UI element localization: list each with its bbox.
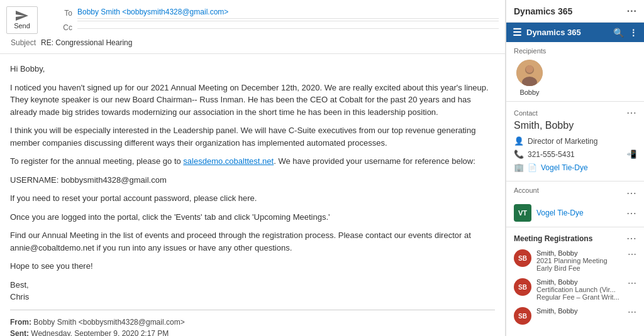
meeting-detail-2: Certification Launch (Vir... (536, 286, 623, 293)
avatar-image (516, 60, 543, 86)
svg-marker-0 (16, 11, 28, 21)
sidebar-title: Dynamics 365 (514, 6, 572, 16)
contact-title: Director of Marketing (528, 137, 597, 146)
sidebar: Dynamics 365 ⋯ ☰ Dynamics 365 🔍 ⋮ Recipi… (506, 0, 644, 336)
body-portal: Once you are logged into the portal, cli… (10, 211, 495, 224)
meeting-fee-2: Regular Fee – Grant Writ... (536, 293, 623, 301)
recipients-section: Recipients Bobby (506, 42, 644, 102)
meta-sent: Sent: Wednesday, September 9, 2020 2:17 … (10, 328, 495, 337)
account-more-icon[interactable]: ⋯ (626, 187, 636, 199)
phone-left: 📞 321-555-5431 (514, 149, 575, 159)
contact-title-row: 👤 Director of Marketing (514, 136, 636, 146)
contact-label: Contact (514, 109, 538, 117)
body-hope: Hope to see you there! (10, 260, 495, 273)
contact-header: Contact ⋯ (514, 107, 636, 119)
email-header: Send To Bobby Smith <bobbysmith4328@gmai… (0, 0, 505, 54)
meeting-info-2: Smith, Bobby Certification Launch (Vir..… (536, 278, 623, 301)
meeting-more-icon-3[interactable]: ⋯ (628, 307, 636, 317)
meeting-item-1: SB Smith, Bobby 2021 Planning Meeting Ea… (514, 249, 636, 272)
account-item: VT Vogel Tie-Dye ⋯ (514, 204, 636, 222)
account-header: Account ⋯ (514, 187, 636, 199)
to-cc-wrapper: To Bobby Smith <bobbysmith4328@gmail.com… (43, 6, 499, 34)
company-doc-icon: 📄 (528, 163, 537, 172)
sidebar-nav: ☰ Dynamics 365 🔍 ⋮ (506, 23, 644, 42)
body-para-1: I noticed you haven't signed up for our … (10, 82, 495, 119)
body-greeting: Hi Bobby, (10, 63, 495, 75)
sidebar-title-bar: Dynamics 365 ⋯ (506, 0, 644, 23)
contact-company-link[interactable]: Vogel Tie-Dye (541, 163, 588, 172)
meeting-more-icon-2[interactable]: ⋯ (628, 278, 636, 288)
meeting-avatar-3: SB (514, 307, 531, 325)
body-username: USERNAME: bobbysmith4328@gmail.com (10, 174, 495, 187)
body-reset: If you need to reset your portal account… (10, 192, 495, 205)
to-label: To (43, 9, 77, 18)
register-link[interactable]: salesdemo.cobalttest.net (183, 156, 274, 166)
meeting-name-1: Smith, Bobby (536, 249, 623, 257)
account-name[interactable]: Vogel Tie-Dye (536, 209, 584, 217)
send-label: Send (14, 22, 30, 30)
body-sign: Best,Chris (10, 279, 495, 303)
subject-label: Subject (6, 38, 41, 47)
phone-call-icon[interactable]: 📲 (626, 149, 636, 159)
cc-row: Cc (43, 21, 499, 34)
meeting-avatar-1: SB (514, 249, 531, 267)
body-contact: Find our Annual Meeting in the list of e… (10, 229, 495, 254)
email-meta: From: Bobby Smith <bobbysmith4328@gmail.… (10, 317, 495, 337)
meeting-more-icon-1[interactable]: ⋯ (628, 249, 636, 259)
account-label: Account (514, 187, 539, 194)
body-para-3: To register for the annual meeting, plea… (10, 155, 495, 168)
subject-row: Subject RE: Congressional Hearing (6, 36, 499, 50)
meetings-section: Meeting Registrations ⋯ SB Smith, Bobby … (506, 227, 644, 336)
cc-field[interactable] (77, 26, 499, 29)
to-row: To Bobby Smith <bobbysmith4328@gmail.com… (43, 6, 499, 21)
person-icon: 👤 (514, 136, 524, 146)
meta-from-label: From: (10, 318, 31, 327)
phone-icon: 📞 (514, 149, 524, 159)
nav-search-icon[interactable]: 🔍 (613, 28, 624, 38)
contact-phone-row: 📞 321-555-5431 📲 (514, 149, 636, 159)
subject-field[interactable]: RE: Congressional Hearing (41, 38, 499, 47)
hamburger-icon[interactable]: ☰ (513, 26, 521, 38)
meeting-item-3: SB Smith, Bobby ⋯ (514, 307, 636, 325)
meeting-fee-1: Early Bird Fee (536, 264, 623, 272)
email-pane: Send To Bobby Smith <bobbysmith4328@gmai… (0, 0, 506, 336)
account-avatar: VT (514, 204, 531, 222)
meta-sent-label: Sent: (10, 329, 29, 337)
meeting-avatar-2: SB (514, 278, 531, 296)
to-field[interactable]: Bobby Smith <bobbysmith4328@gmail.com> (77, 8, 499, 19)
contact-company-row: 🏢 📄 Vogel Tie-Dye (514, 163, 636, 172)
close-icon[interactable]: ⋯ (626, 5, 636, 17)
account-section: Account ⋯ VT Vogel Tie-Dye ⋯ (506, 182, 644, 227)
meeting-name-2: Smith, Bobby (536, 278, 623, 286)
account-item-more-icon[interactable]: ⋯ (626, 207, 636, 219)
nav-more-icon[interactable]: ⋮ (629, 28, 638, 38)
recipients-label: Recipients (514, 47, 636, 55)
meetings-title: Meeting Registrations (514, 234, 592, 243)
recipient-avatar: Bobby (514, 60, 545, 96)
contact-phone: 321-555-5431 (528, 150, 575, 159)
nav-title: Dynamics 365 (526, 28, 608, 37)
email-body: Hi Bobby, I noticed you haven't signed u… (0, 54, 505, 336)
contact-more-icon[interactable]: ⋯ (626, 107, 636, 119)
meetings-header: Meeting Registrations ⋯ (514, 232, 636, 244)
contact-section: Contact ⋯ Smith, Bobby 👤 Director of Mar… (506, 102, 644, 182)
company-icon: 🏢 (514, 163, 524, 172)
recipient-name: Bobby (519, 89, 539, 96)
send-row: Send To Bobby Smith <bobbysmith4328@gmai… (6, 4, 499, 36)
email-divider (10, 310, 495, 310)
meeting-name-3: Smith, Bobby (536, 307, 623, 315)
send-button[interactable]: Send (6, 6, 38, 34)
meeting-info-1: Smith, Bobby 2021 Planning Meeting Early… (536, 249, 623, 272)
meeting-detail-1: 2021 Planning Meeting (536, 257, 623, 264)
meeting-info-3: Smith, Bobby (536, 307, 623, 315)
body-para-2: I think you will be especially intereste… (10, 124, 495, 149)
meetings-more-icon[interactable]: ⋯ (626, 232, 636, 244)
meeting-item-2: SB Smith, Bobby Certification Launch (Vi… (514, 278, 636, 301)
cc-label: Cc (43, 23, 77, 32)
svg-point-4 (526, 65, 533, 73)
meta-from: From: Bobby Smith <bobbysmith4328@gmail.… (10, 317, 495, 328)
contact-name: Smith, Bobby (514, 120, 636, 131)
